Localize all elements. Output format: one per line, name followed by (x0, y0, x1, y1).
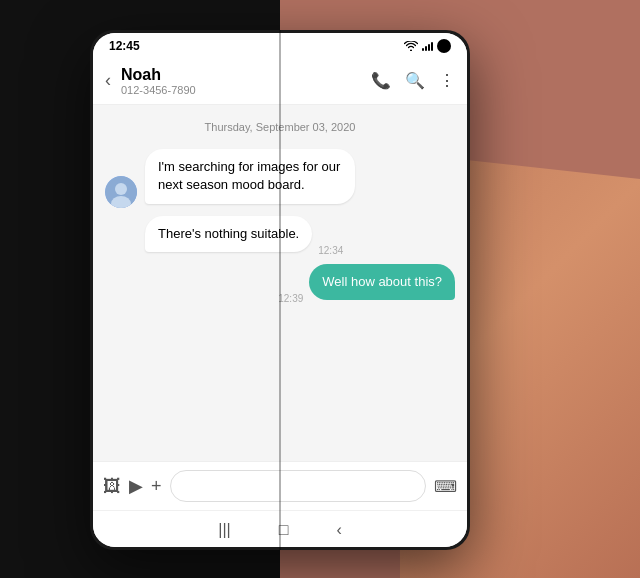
bubble-group: There's nothing suitable. 12:34 (145, 216, 343, 256)
message-input[interactable] (170, 470, 426, 502)
svg-point-1 (115, 183, 127, 195)
message-bubble: Well how about this? (309, 264, 455, 300)
keyboard-icon[interactable]: ⌨ (434, 477, 457, 496)
contact-name: Noah (121, 65, 371, 84)
message-text: I'm searching for images for our next se… (158, 159, 340, 192)
fold-line (279, 30, 281, 550)
message-text: Well how about this? (322, 274, 442, 289)
back-button[interactable]: ‹ (105, 70, 111, 91)
header-actions: 📞 🔍 ⋮ (371, 71, 455, 90)
status-icons (404, 39, 451, 53)
more-button[interactable]: ⋮ (439, 71, 455, 90)
search-button[interactable]: 🔍 (405, 71, 425, 90)
contact-info: Noah 012-3456-7890 (121, 65, 371, 96)
video-button[interactable]: ▶ (129, 475, 143, 497)
message-time: 12:39 (278, 293, 303, 304)
gallery-button[interactable]: 🖼 (103, 476, 121, 497)
signal-icon (422, 41, 433, 51)
message-bubble: There's nothing suitable. (145, 216, 312, 252)
bubble-group: I'm searching for images for our next se… (145, 149, 355, 207)
status-time: 12:45 (109, 39, 140, 53)
add-button[interactable]: + (151, 476, 162, 497)
camera-dot (437, 39, 451, 53)
phone-device: 12:45 (90, 30, 470, 550)
avatar (105, 176, 137, 208)
message-time: 12:34 (318, 245, 343, 256)
sent-row-wrapper: 12:39 Well how about this? (278, 264, 455, 304)
message-bubble: I'm searching for images for our next se… (145, 149, 355, 203)
call-button[interactable]: 📞 (371, 71, 391, 90)
recents-button[interactable]: ||| (218, 521, 230, 539)
back-nav-button[interactable]: ‹ (336, 521, 341, 539)
contact-phone: 012-3456-7890 (121, 84, 371, 96)
wifi-icon (404, 41, 418, 51)
scene: 12:45 (0, 0, 640, 578)
